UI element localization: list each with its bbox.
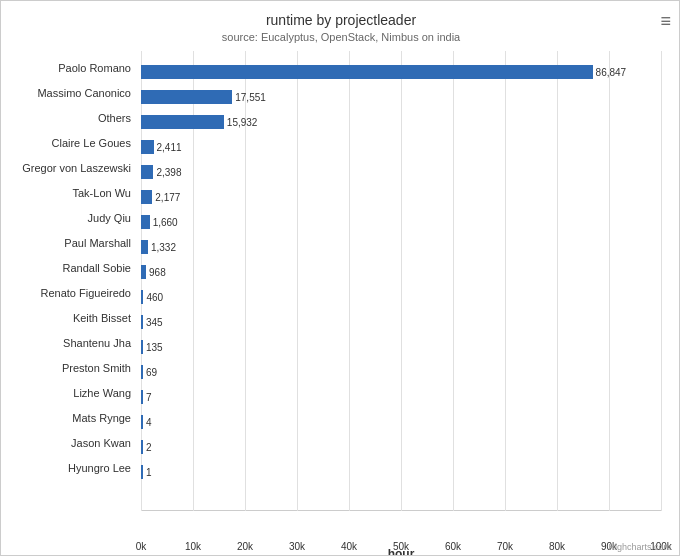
y-label: Shantenu Jha — [63, 337, 131, 349]
chart-subtitle: source: Eucalyptus, OpenStack, Nimbus on… — [1, 31, 680, 43]
bar-row: 2,398 — [141, 161, 661, 183]
bar-value-label: 15,932 — [227, 117, 258, 128]
bar-value-label: 4 — [146, 417, 152, 428]
bar-row: 69 — [141, 361, 661, 383]
bar: 1 — [141, 465, 143, 479]
chart-container: ≡ runtime by projectleader source: Eucal… — [1, 1, 680, 556]
bar-row: 1,332 — [141, 236, 661, 258]
y-label: Preston Smith — [62, 362, 131, 374]
bar-value-label: 345 — [146, 317, 163, 328]
y-label: Claire Le Goues — [52, 137, 132, 149]
bar-row: 7 — [141, 386, 661, 408]
bar-row: 4 — [141, 411, 661, 433]
bar: 15,932 — [141, 115, 224, 129]
y-label: Jason Kwan — [71, 437, 131, 449]
bar-value-label: 2,177 — [155, 192, 180, 203]
bar: 1,332 — [141, 240, 148, 254]
y-label: Others — [98, 112, 131, 124]
bar-row: 1 — [141, 461, 661, 483]
bar: 460 — [141, 290, 143, 304]
bar-row: 968 — [141, 261, 661, 283]
bar-value-label: 2,411 — [157, 142, 182, 153]
grid-line — [661, 51, 662, 511]
y-label: Lizhe Wang — [73, 387, 131, 399]
y-label: Judy Qiu — [88, 212, 131, 224]
y-labels: Paolo RomanoMassimo CanonicoOthersClaire… — [1, 51, 136, 511]
bar: 2 — [141, 440, 143, 454]
bar: 345 — [141, 315, 143, 329]
bar-value-label: 69 — [146, 367, 157, 378]
bar-row: 1,660 — [141, 211, 661, 233]
y-label: Massimo Canonico — [37, 87, 131, 99]
bar: 86,847 — [141, 65, 593, 79]
highcharts-credit: Highcharts.com — [608, 542, 671, 552]
bar: 4 — [141, 415, 143, 429]
y-label: Renato Figueiredo — [40, 287, 131, 299]
bar: 135 — [141, 340, 143, 354]
bar: 69 — [141, 365, 143, 379]
bar-value-label: 1,332 — [151, 242, 176, 253]
bar-row: 2 — [141, 436, 661, 458]
y-label: Mats Rynge — [72, 412, 131, 424]
bar-value-label: 7 — [146, 392, 152, 403]
bar-row: 17,551 — [141, 86, 661, 108]
y-label: Paul Marshall — [64, 237, 131, 249]
bar-value-label: 135 — [146, 342, 163, 353]
y-label: Tak-Lon Wu — [73, 187, 132, 199]
bar-row: 2,411 — [141, 136, 661, 158]
chart-title: runtime by projectleader — [1, 1, 680, 31]
bar-row: 2,177 — [141, 186, 661, 208]
bar-row: 86,847 — [141, 61, 661, 83]
y-label: Hyungro Lee — [68, 462, 131, 474]
menu-icon[interactable]: ≡ — [660, 11, 671, 32]
bar-value-label: 1 — [146, 467, 152, 478]
bar-row: 135 — [141, 336, 661, 358]
bar-value-label: 1,660 — [153, 217, 178, 228]
bar-value-label: 2,398 — [156, 167, 181, 178]
bar: 968 — [141, 265, 146, 279]
bar-value-label: 968 — [149, 267, 166, 278]
bar-value-label: 86,847 — [596, 67, 627, 78]
y-label: Paolo Romano — [58, 62, 131, 74]
bars-container: 86,84717,55115,9322,4112,3982,1771,6601,… — [141, 51, 661, 511]
bar: 2,398 — [141, 165, 153, 179]
y-label: Gregor von Laszewski — [22, 162, 131, 174]
bar: 7 — [141, 390, 143, 404]
y-label: Randall Sobie — [63, 262, 132, 274]
bar-value-label: 460 — [146, 292, 163, 303]
bar-value-label: 2 — [146, 442, 152, 453]
y-label: Keith Bisset — [73, 312, 131, 324]
bar-row: 345 — [141, 311, 661, 333]
bar-value-label: 17,551 — [235, 92, 266, 103]
bar: 1,660 — [141, 215, 150, 229]
bar: 2,411 — [141, 140, 154, 154]
chart-area: Paolo RomanoMassimo CanonicoOthersClaire… — [141, 51, 661, 511]
bar-row: 460 — [141, 286, 661, 308]
bar: 17,551 — [141, 90, 232, 104]
x-axis-label: hour — [141, 547, 661, 556]
bar: 2,177 — [141, 190, 152, 204]
bar-row: 15,932 — [141, 111, 661, 133]
